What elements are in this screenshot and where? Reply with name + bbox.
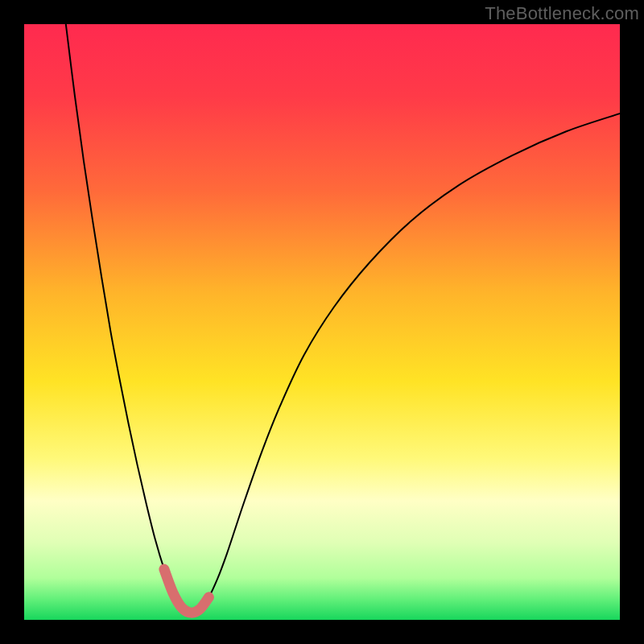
chart-container: TheBottleneck.com [0, 0, 644, 644]
watermark-label: TheBottleneck.com [485, 3, 639, 24]
chart-svg [24, 24, 620, 620]
plot-area [24, 24, 620, 620]
gradient-background [24, 24, 620, 620]
